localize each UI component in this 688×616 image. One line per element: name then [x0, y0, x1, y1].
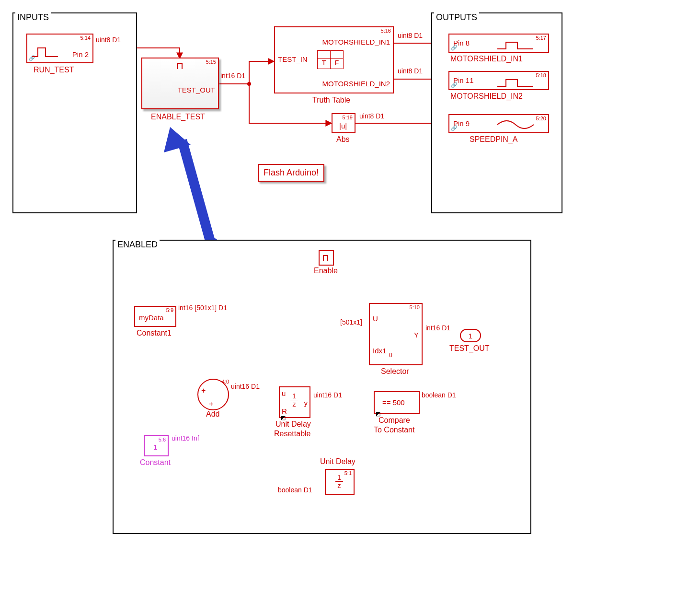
constant-label: Constant — [140, 458, 171, 467]
selector-sig: int16 D1 — [425, 324, 450, 332]
fraction-icon: 1 z — [335, 474, 343, 489]
fraction-icon: 1 z — [290, 392, 298, 408]
truth-table-badge: 5:16 — [381, 28, 391, 34]
unit-delay-label: Unit Delay — [320, 457, 355, 466]
plus-icon: + — [201, 386, 206, 395]
compare-text: == 500 — [382, 398, 405, 407]
constant1-block[interactable]: 5:9 myData — [134, 306, 176, 327]
svg-marker-3 — [164, 127, 191, 152]
truth-table-icon: T F — [317, 50, 344, 69]
udr-sig: uint16 D1 — [313, 391, 342, 399]
enable-port-block[interactable] — [319, 250, 334, 266]
outport-label: TEST_OUT — [449, 344, 490, 353]
abs-sig: uint8 D1 — [359, 112, 384, 120]
enable-test-label: ENABLE_TEST — [151, 113, 205, 121]
pulse-icon — [496, 40, 535, 52]
run-test-block[interactable]: 5:14 🔗 Pin 2 — [26, 34, 93, 63]
pin8-badge: 5:17 — [536, 35, 546, 41]
pin11-badge: 5:18 — [536, 72, 546, 78]
selector-block[interactable]: 5:10 U Idx1 0 Y — [369, 303, 423, 365]
compare-label2: To Constant — [374, 426, 414, 434]
pin11-block[interactable]: 5:18 🔗 Pin 11 — [448, 71, 549, 90]
plus-icon: + — [209, 400, 213, 408]
udr-R: R — [282, 407, 287, 415]
abs-label: Abs — [336, 135, 350, 144]
unit-delay-badge: 5:1 — [344, 470, 352, 476]
outputs-title: OUTPUTS — [434, 12, 479, 23]
truth-table-out1: MOTORSHIELD_IN1 — [322, 38, 390, 46]
constant1-label: Constant1 — [137, 329, 172, 337]
enabled-title: ENABLED — [115, 240, 160, 250]
selector-Y: Y — [414, 331, 419, 339]
pin11-label: MOTORSHIELD_IN2 — [450, 92, 523, 101]
compare-label1: Compare — [378, 416, 410, 425]
enabled-group: ENABLED — [113, 240, 531, 534]
add-block[interactable]: 4:0 + + — [197, 379, 229, 410]
selector-badge: 5:10 — [410, 304, 420, 310]
pin8-text: Pin 8 — [453, 39, 470, 47]
truth-table-sig2: uint8 D1 — [398, 67, 423, 75]
unit-delay-resettable-block[interactable]: u R y 1 z ◩ — [279, 386, 310, 418]
enable-trigger-icon — [176, 61, 186, 71]
constant1-text: myData — [139, 314, 164, 322]
pin9-text: Pin 9 — [453, 119, 470, 128]
selector-U: U — [373, 314, 378, 323]
constant-text: 1 — [153, 443, 157, 451]
pin8-label: MOTORSHIELD_IN1 — [450, 55, 523, 63]
pin9-block[interactable]: 5:20 🔗 Pin 9 — [448, 114, 549, 133]
sine-icon — [496, 119, 535, 130]
enable-test-badge: 5:15 — [206, 59, 216, 65]
run-test-pin: Pin 2 — [72, 50, 89, 58]
constant1-badge: 5:9 — [166, 307, 173, 313]
flash-arduino-label: Flash Arduino! — [264, 168, 319, 177]
truth-table-in: TEST_IN — [278, 55, 308, 63]
pin8-block[interactable]: 5:17 🔗 Pin 8 — [448, 34, 549, 53]
pin11-text: Pin 11 — [453, 76, 474, 84]
run-test-sig: uint8 D1 — [96, 36, 121, 44]
pin9-badge: 5:20 — [536, 116, 546, 121]
pin9-label: SPEEDPIN_A — [470, 135, 517, 144]
add-badge: 4:0 — [222, 379, 229, 384]
truth-table-out2: MOTORSHIELD_IN2 — [322, 80, 390, 88]
selector-label: Selector — [381, 367, 409, 376]
add-sig: uint16 D1 — [231, 383, 260, 390]
constant-badge: 5:6 — [159, 437, 166, 442]
unit-delay-block[interactable]: 5:1 1 z — [325, 469, 355, 495]
selector-Idx: Idx1 — [373, 347, 386, 355]
compare-block[interactable]: == 500 ◩ — [374, 391, 420, 414]
add-label: Add — [206, 410, 219, 418]
abs-badge: 5:19 — [343, 115, 353, 120]
pulse-icon — [496, 78, 535, 89]
truth-table-sig1: uint8 D1 — [398, 32, 423, 39]
udr-y: y — [304, 399, 308, 407]
inputs-title: INPUTS — [15, 12, 51, 23]
constant-sig: uint16 Inf — [172, 434, 199, 442]
udr-label1: Unit Delay — [275, 420, 311, 429]
selector-zero: 0 — [389, 352, 392, 359]
truth-table-block[interactable]: 5:16 TEST_IN MOTORSHIELD_IN1 MOTORSHIELD… — [274, 26, 394, 93]
outport-block[interactable]: 1 — [460, 329, 481, 342]
constant-block[interactable]: 5:6 1 — [144, 435, 169, 456]
compare-sig: boolean D1 — [422, 391, 456, 399]
pulse-icon — [31, 45, 60, 59]
enable-trigger-icon — [322, 254, 331, 262]
abs-text: |u| — [339, 122, 347, 130]
constant1-dim: [501x1] — [340, 318, 362, 326]
run-test-label: RUN_TEST — [34, 66, 74, 74]
flash-arduino-button[interactable]: Flash Arduino! — [258, 164, 324, 182]
svg-point-0 — [247, 82, 251, 86]
abs-block[interactable]: 5:19 |u| — [332, 113, 355, 133]
constant1-sig: int16 [501x1] D1 — [178, 304, 227, 312]
enable-test-block[interactable]: 5:15 TEST_OUT — [141, 58, 219, 109]
truth-table-label: Truth Table — [312, 96, 350, 105]
run-test-badge: 5:14 — [80, 35, 91, 41]
enable-port-label: Enable — [314, 267, 338, 275]
unit-delay-sig: boolean D1 — [278, 486, 312, 494]
svg-marker-2 — [177, 139, 216, 244]
enable-test-sig: int16 D1 — [220, 72, 245, 80]
udr-u: u — [282, 389, 286, 397]
enable-test-port: TEST_OUT — [178, 86, 215, 94]
udr-label2: Resettable — [274, 430, 311, 438]
outport-text: 1 — [469, 332, 472, 340]
